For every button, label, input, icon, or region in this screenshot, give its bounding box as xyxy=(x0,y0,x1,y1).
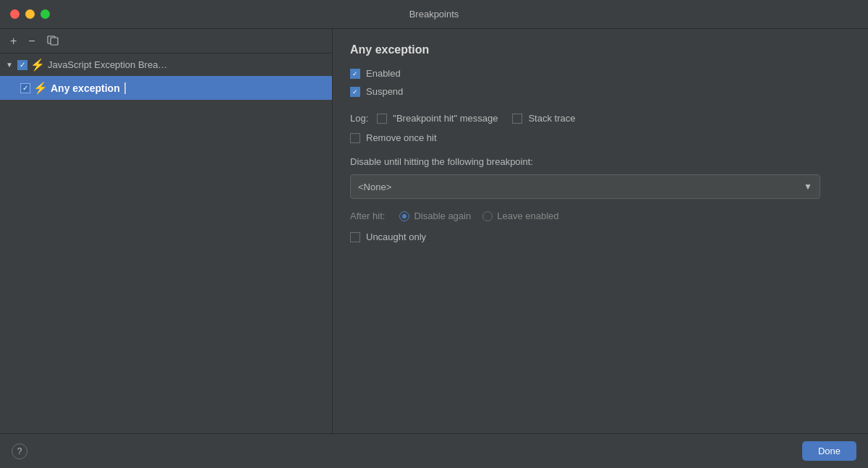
leave-enabled-label: Leave enabled xyxy=(497,210,558,221)
tree-parent-node[interactable]: ▼ ⚡ JavaScript Exception Brea… xyxy=(0,54,332,76)
log-row: Log: "Breakpoint hit" message Stack trac… xyxy=(350,113,851,124)
child-label: Any exception xyxy=(51,82,120,94)
svg-rect-1 xyxy=(51,38,58,45)
section-title: Any exception xyxy=(350,43,851,56)
traffic-lights xyxy=(10,9,50,19)
toolbar: + − xyxy=(0,29,332,54)
copy-button[interactable] xyxy=(43,34,63,48)
title-bar: Breakpoints xyxy=(0,0,868,29)
remove-button[interactable]: − xyxy=(24,34,39,48)
remove-once-hit-checkbox[interactable] xyxy=(350,133,360,143)
breakpoints-window: Breakpoints + − ▼ ⚡ xyxy=(0,0,868,468)
close-button[interactable] xyxy=(10,9,20,19)
help-button[interactable]: ? xyxy=(12,443,27,459)
enabled-checkbox[interactable] xyxy=(350,69,360,79)
after-hit-row: After hit: Disable again Leave enabled xyxy=(350,210,851,221)
child-lightning-icon: ⚡ xyxy=(33,81,48,95)
disable-again-option[interactable]: Disable again xyxy=(399,210,471,221)
log-label: Log: xyxy=(350,113,368,124)
uncaught-only-checkbox[interactable] xyxy=(350,232,360,242)
stack-trace-checkbox[interactable] xyxy=(512,114,522,124)
disable-until-label: Disable until hitting the following brea… xyxy=(350,156,851,167)
remove-once-hit-label: Remove once hit xyxy=(366,132,437,143)
enabled-label: Enabled xyxy=(366,68,401,79)
uncaught-only-row: Uncaught only xyxy=(350,231,851,242)
parent-label: JavaScript Exception Brea… xyxy=(48,59,167,70)
disable-again-radio[interactable] xyxy=(399,211,409,221)
leave-enabled-option[interactable]: Leave enabled xyxy=(482,210,558,221)
breakpoint-hit-label: "Breakpoint hit" message xyxy=(393,113,498,124)
bottom-bar: ? Done xyxy=(0,433,868,468)
main-content: + − ▼ ⚡ JavaScript Exception Brea… xyxy=(0,29,868,433)
tree-area: ▼ ⚡ JavaScript Exception Brea… ⚡ Any exc… xyxy=(0,54,332,433)
breakpoint-dropdown[interactable]: <None> ▼ xyxy=(350,174,820,199)
window-title: Breakpoints xyxy=(409,9,459,20)
tree-expand-icon: ▼ xyxy=(6,61,13,69)
dropdown-value: <None> xyxy=(358,182,391,192)
stack-trace-label: Stack trace xyxy=(528,113,575,124)
uncaught-only-label: Uncaught only xyxy=(366,231,426,242)
leave-enabled-radio[interactable] xyxy=(482,211,493,221)
lightning-icon: ⚡ xyxy=(30,58,45,72)
enabled-row: Enabled xyxy=(350,68,851,79)
cursor-indicator xyxy=(124,82,126,94)
suspend-checkbox[interactable] xyxy=(350,87,360,97)
breakpoint-hit-checkbox[interactable] xyxy=(377,114,387,124)
disable-again-label: Disable again xyxy=(414,210,471,221)
after-hit-label: After hit: xyxy=(350,210,385,221)
maximize-button[interactable] xyxy=(41,9,50,19)
child-checkbox[interactable] xyxy=(20,83,30,93)
done-button[interactable]: Done xyxy=(802,441,856,461)
add-button[interactable]: + xyxy=(6,34,21,48)
parent-checkbox[interactable] xyxy=(17,60,27,70)
remove-once-hit-row: Remove once hit xyxy=(350,132,851,143)
right-panel: Any exception Enabled Suspend Log: "Brea… xyxy=(333,29,868,433)
left-panel: + − ▼ ⚡ JavaScript Exception Brea… xyxy=(0,29,333,433)
suspend-label: Suspend xyxy=(366,86,403,97)
minimize-button[interactable] xyxy=(25,9,35,19)
dropdown-arrow-icon: ▼ xyxy=(804,182,812,192)
tree-child-node[interactable]: ⚡ Any exception xyxy=(0,76,332,100)
suspend-row: Suspend xyxy=(350,86,851,97)
